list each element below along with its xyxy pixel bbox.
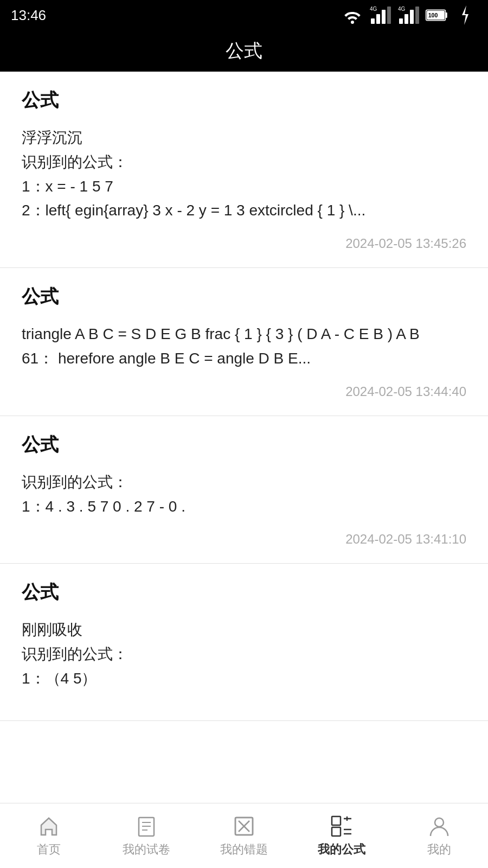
status-time: 13:46	[11, 7, 46, 24]
nav-item-my-profile[interactable]: 我的	[390, 814, 488, 858]
nav-item-home[interactable]: 首页	[0, 814, 98, 858]
exams-icon	[134, 814, 158, 838]
svg-text:4G: 4G	[398, 6, 406, 12]
svg-text:4G: 4G	[370, 6, 377, 12]
profile-icon	[427, 814, 451, 838]
svg-rect-11	[445, 12, 447, 18]
errors-icon	[232, 814, 256, 838]
nav-item-my-errors[interactable]: 我的错题	[195, 814, 293, 858]
formula-card-4-title: 公式	[22, 580, 466, 605]
svg-rect-26	[332, 827, 341, 836]
charging-icon	[453, 3, 477, 27]
status-icons: 4G 4G 100	[341, 3, 477, 27]
status-bar: 13:46 4G 4G 100	[0, 0, 488, 30]
wifi-icon	[341, 3, 364, 27]
nav-item-my-errors-label: 我的错题	[220, 841, 268, 858]
formula-card-1-title: 公式	[22, 88, 466, 113]
svg-rect-6	[404, 14, 408, 24]
svg-rect-8	[415, 7, 419, 24]
formula-card-4[interactable]: 公式 刚刚吸收 识别到的公式： 1：（4 5）	[0, 564, 488, 720]
svg-text:100: 100	[428, 12, 438, 18]
formula-card-2-title: 公式	[22, 284, 466, 309]
page-title: 公式	[226, 39, 262, 63]
formula-card-2[interactable]: 公式 triangle A B C = S D E G B frac { 1 }…	[0, 268, 488, 416]
formula-card-3-title: 公式	[22, 432, 466, 457]
svg-rect-3	[387, 7, 391, 24]
page-header: 公式	[0, 30, 488, 72]
formulas-icon	[330, 814, 354, 838]
formula-card-1-time: 2024-02-05 13:45:26	[22, 236, 466, 251]
formula-card-3-time: 2024-02-05 13:41:10	[22, 532, 466, 547]
svg-rect-1	[376, 14, 380, 24]
formula-card-2-body: triangle A B C = S D E G B frac { 1 } { …	[22, 322, 466, 371]
nav-item-my-exams-label: 我的试卷	[123, 841, 170, 858]
svg-rect-7	[410, 10, 414, 24]
home-icon	[37, 814, 61, 838]
battery-icon: 100	[425, 3, 449, 27]
svg-marker-14	[462, 5, 468, 25]
svg-rect-0	[371, 18, 375, 24]
formula-card-4-body: 刚刚吸收 识别到的公式： 1：（4 5）	[22, 618, 466, 691]
formula-card-3[interactable]: 公式 识别到的公式： 1：4 . 3 . 5 7 0 . 2 7 - 0 . 2…	[0, 416, 488, 564]
nav-item-my-profile-label: 我的	[427, 841, 451, 858]
svg-rect-23	[332, 816, 341, 825]
formula-card-1-body: 浮浮沉沉 识别到的公式： 1：x = - 1 5 7 2：left{ egin{…	[22, 126, 466, 223]
formula-card-3-body: 识别到的公式： 1：4 . 3 . 5 7 0 . 2 7 - 0 .	[22, 470, 466, 519]
formula-list: 公式 浮浮沉沉 识别到的公式： 1：x = - 1 5 7 2：left{ eg…	[0, 72, 488, 786]
bottom-navigation: 首页 我的试卷 我的错题 我的公式	[0, 803, 488, 868]
formula-card-1[interactable]: 公式 浮浮沉沉 识别到的公式： 1：x = - 1 5 7 2：left{ eg…	[0, 72, 488, 268]
svg-rect-5	[399, 18, 403, 24]
signal-icon-2: 4G	[397, 3, 421, 27]
nav-item-my-formulas[interactable]: 我的公式	[293, 814, 390, 858]
svg-point-29	[435, 818, 444, 827]
signal-icon-1: 4G	[369, 3, 393, 27]
nav-item-home-label: 首页	[37, 841, 61, 858]
nav-item-my-formulas-label: 我的公式	[318, 841, 365, 858]
formula-card-2-time: 2024-02-05 13:44:40	[22, 384, 466, 399]
svg-rect-2	[382, 10, 386, 24]
nav-item-my-exams[interactable]: 我的试卷	[98, 814, 195, 858]
